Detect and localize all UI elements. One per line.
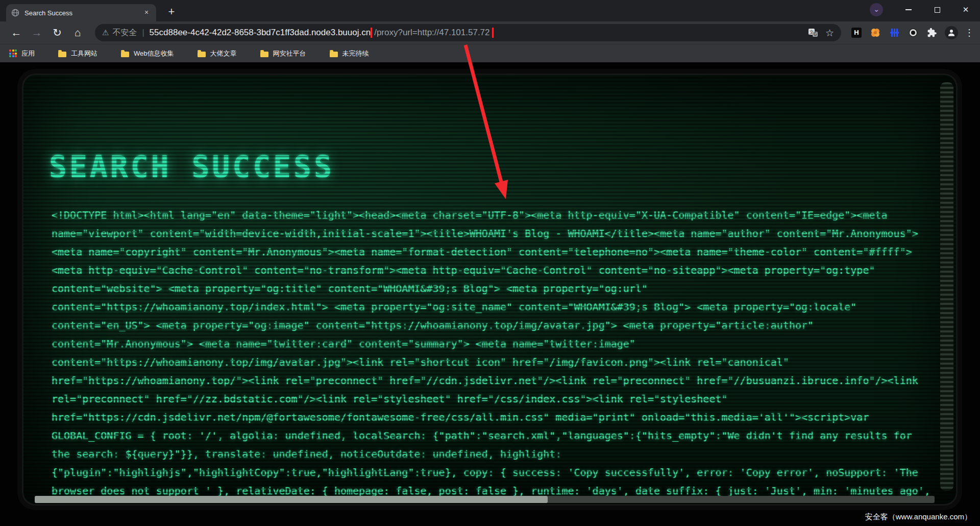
bookmark-folder-webinfo[interactable]: Web信息收集 bbox=[121, 49, 174, 58]
address-bar[interactable]: ⚠ 不安全 | 55cd88ee-4c42-42d2-8658-3bd7c1ff… bbox=[95, 24, 841, 41]
globe-icon bbox=[11, 9, 19, 17]
bookmark-folder-platform[interactable]: 网安社平台 bbox=[260, 49, 306, 58]
hackbar-extension-icon[interactable]: H bbox=[851, 28, 862, 38]
back-icon[interactable]: ← bbox=[6, 24, 27, 41]
terminal-line: content="https://whoamianony.top/index.h… bbox=[52, 298, 950, 316]
terminal-line: href="https://cdn.jsdelivr.net/npm/@fort… bbox=[52, 408, 950, 426]
page-title: SEARCH SUCCESS bbox=[49, 150, 334, 184]
crt-terminal: SEARCH SUCCESS <!DOCTYPE html><html lang… bbox=[22, 74, 958, 506]
tab-title: Search Success bbox=[24, 9, 142, 17]
horizontal-scrollbar[interactable] bbox=[35, 496, 935, 503]
toolbar: ← → ↻ ⌂ ⚠ 不安全 | 55cd88ee-4c42-42d2-8658-… bbox=[0, 21, 980, 44]
bookmark-label: 大佬文章 bbox=[210, 49, 237, 58]
bookmark-label: 工具网站 bbox=[71, 49, 97, 58]
tab-strip: Search Success × + ⌄ ✕ bbox=[0, 0, 980, 21]
bookmark-label: 未完待续 bbox=[342, 49, 369, 58]
profile-avatar[interactable] bbox=[945, 26, 958, 39]
bookmark-star-icon[interactable]: ☆ bbox=[825, 27, 834, 39]
forward-icon[interactable]: → bbox=[27, 24, 47, 41]
terminal-line: content="website"> <meta property="og:ti… bbox=[52, 279, 950, 298]
tab-close-icon[interactable]: × bbox=[142, 8, 151, 17]
home-icon[interactable]: ⌂ bbox=[67, 24, 88, 41]
terminal-line: GLOBAL_CONFIG = { root: '/', algolia: un… bbox=[52, 426, 950, 445]
extensions-puzzle-icon[interactable] bbox=[926, 27, 938, 39]
url-path-highlighted: /proxy?url=http://47.101.57.72 bbox=[371, 28, 493, 38]
extension-icon-orange[interactable] bbox=[869, 27, 881, 39]
chip-separator: | bbox=[142, 28, 144, 37]
bookmark-folder-tbc[interactable]: 未完待续 bbox=[330, 49, 369, 58]
extension-icon-ring[interactable] bbox=[907, 27, 919, 39]
terminal-line: <!DOCTYPE html><html lang="en" data-them… bbox=[52, 206, 950, 224]
folder-icon bbox=[260, 52, 268, 57]
apps-grid-icon bbox=[9, 50, 17, 57]
security-chip[interactable]: ⚠ 不安全 bbox=[102, 28, 137, 38]
bookmark-label: Web信息收集 bbox=[134, 49, 174, 58]
bookmark-label: 网安社平台 bbox=[273, 49, 306, 58]
terminal-right-bezel bbox=[940, 82, 953, 491]
terminal-line: name="viewport" content="width=device-wi… bbox=[52, 224, 950, 243]
bookmarks-bar: 应用 工具网站 Web信息收集 大佬文章 网安社平台 未完待续 bbox=[0, 44, 980, 62]
bookmark-apps[interactable]: 应用 bbox=[9, 49, 35, 58]
folder-icon bbox=[198, 52, 206, 57]
terminal-line: <meta http-equiv="Cache-Control" content… bbox=[52, 261, 950, 279]
terminal-line: {"plugin":"highlighjs","highlightCopy":t… bbox=[52, 463, 950, 482]
terminal-line: content="https://whoamianony.top/img/ava… bbox=[52, 353, 950, 371]
minimize-button[interactable] bbox=[894, 0, 923, 19]
folder-icon bbox=[58, 52, 66, 57]
bookmark-folder-articles[interactable]: 大佬文章 bbox=[198, 49, 237, 58]
browser-update-icon[interactable]: ⌄ bbox=[870, 3, 883, 16]
terminal-line: href="https://whoamianony.top/"><link re… bbox=[52, 371, 950, 390]
folder-icon bbox=[330, 52, 338, 57]
browser-tab[interactable]: Search Success × bbox=[6, 4, 156, 21]
folder-icon bbox=[121, 52, 129, 57]
url-text[interactable]: 55cd88ee-4c42-42d2-8658-3bd7c1ff3dad.nod… bbox=[150, 28, 803, 38]
bookmark-label: 应用 bbox=[21, 49, 35, 58]
reload-icon[interactable]: ↻ bbox=[47, 24, 67, 41]
maximize-button[interactable] bbox=[923, 0, 951, 19]
translate-icon[interactable]: 文 G bbox=[808, 28, 818, 38]
terminal-line: <meta name="copyright" content="Mr.Anony… bbox=[52, 243, 950, 261]
warning-icon: ⚠ bbox=[102, 28, 109, 37]
url-host: 55cd88ee-4c42-42d2-8658-3bd7c1ff3dad.nod… bbox=[150, 28, 371, 37]
terminal-line: the search: ${query}"}}, translate: unde… bbox=[52, 445, 950, 463]
new-tab-button[interactable]: + bbox=[164, 5, 179, 19]
watermark: 安全客（www.anquanke.com） bbox=[865, 512, 972, 522]
terminal-line: rel="preconnect" href="//zz.bdstatic.com… bbox=[52, 390, 950, 408]
close-button[interactable]: ✕ bbox=[951, 0, 980, 19]
menu-kebab-icon[interactable]: ⋮ bbox=[965, 27, 974, 38]
bookmark-folder-tools[interactable]: 工具网站 bbox=[58, 49, 97, 58]
page-content: SEARCH SUCCESS <!DOCTYPE html><html lang… bbox=[0, 62, 980, 526]
extension-icon-blue[interactable] bbox=[888, 27, 900, 39]
terminal-line: content="Mr.Anonymous"> <meta name="twit… bbox=[52, 334, 950, 353]
security-label: 不安全 bbox=[112, 28, 137, 38]
scrollbar-thumb[interactable] bbox=[35, 496, 548, 503]
terminal-line: content="en_US"> <meta property="og:imag… bbox=[52, 316, 950, 334]
svg-text:G: G bbox=[814, 32, 817, 37]
terminal-output: <!DOCTYPE html><html lang="en" data-them… bbox=[52, 206, 950, 500]
window-controls: ⌄ ✕ bbox=[870, 0, 980, 19]
extensions-cluster: H bbox=[850, 26, 974, 39]
